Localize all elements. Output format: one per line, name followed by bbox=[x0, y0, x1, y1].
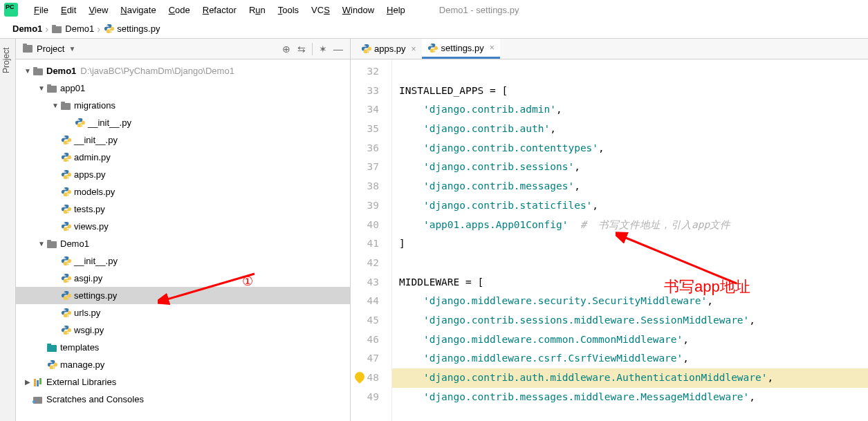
menu-run[interactable]: Run bbox=[243, 5, 272, 15]
tree-label: __init__.py bbox=[74, 256, 118, 266]
scratches-icon bbox=[33, 394, 44, 405]
code-line[interactable]: 'django.contrib.messages', bbox=[392, 177, 868, 196]
close-icon[interactable]: × bbox=[412, 44, 416, 54]
tree-file[interactable]: __init__.py bbox=[16, 252, 350, 270]
tree-arrow-icon[interactable] bbox=[37, 84, 46, 92]
tree-file[interactable]: wsgi.py bbox=[16, 321, 350, 339]
project-view-title[interactable]: Project bbox=[37, 44, 64, 54]
tab-settings[interactable]: settings.py × bbox=[422, 39, 500, 59]
python-file-icon bbox=[60, 169, 71, 180]
tree-arrow-icon[interactable] bbox=[37, 240, 46, 247]
folder-icon bbox=[46, 342, 57, 353]
project-panel-header: Project ▼ ⊕ ⇆ ✶ — bbox=[16, 39, 350, 59]
tree-label: External Libraries bbox=[46, 377, 116, 387]
code-line[interactable]: 'django.middleware.common.CommonMiddlewa… bbox=[392, 330, 868, 350]
python-file-icon bbox=[60, 308, 71, 319]
tree-file[interactable]: asgi.py bbox=[16, 270, 350, 287]
tree-file[interactable]: apps.py bbox=[16, 166, 350, 183]
tree-folder-templates[interactable]: templates bbox=[16, 339, 350, 356]
folder-icon bbox=[51, 24, 62, 35]
tree-folder-app01[interactable]: app01 bbox=[16, 79, 350, 97]
menu-tools[interactable]: Tools bbox=[272, 5, 305, 15]
code-line[interactable]: MIDDLEWARE = [ bbox=[392, 273, 868, 292]
editor-area: apps.py × settings.py × 3233343536373839… bbox=[351, 39, 868, 421]
code-line[interactable]: 'django.contrib.auth.middleware.Authenti… bbox=[392, 368, 868, 388]
tab-label: settings.py bbox=[441, 43, 484, 53]
tree-label: __init__.py bbox=[88, 118, 131, 128]
tree-root[interactable]: Demo1D:\javaBC\PyChamDm\Django\Demo1 bbox=[16, 62, 350, 79]
tree-file[interactable]: __init__.py bbox=[16, 114, 350, 131]
code-line[interactable]: INSTALLED_APPS = [ bbox=[392, 82, 868, 101]
tree-arrow-icon[interactable] bbox=[23, 67, 33, 75]
tree-label: app01 bbox=[60, 83, 85, 93]
menu-view[interactable]: View bbox=[82, 5, 114, 15]
tree-file[interactable]: tests.py bbox=[16, 200, 350, 218]
project-toolwindow-button[interactable]: Project bbox=[1, 48, 11, 73]
menu-file[interactable]: File bbox=[28, 5, 55, 15]
code-line[interactable]: 'django.contrib.staticfiles', bbox=[392, 196, 868, 216]
code-line[interactable]: ] bbox=[392, 234, 868, 254]
code-line[interactable]: 'django.middleware.security.SecurityMidd… bbox=[392, 292, 868, 311]
tree-scratches[interactable]: Scratches and Consoles bbox=[16, 391, 350, 408]
python-file-icon bbox=[60, 325, 71, 336]
code-content[interactable]: INSTALLED_APPS = [ 'django.contrib.admin… bbox=[392, 59, 868, 421]
tree-file[interactable]: __init__.py bbox=[16, 131, 350, 149]
menu-window[interactable]: Window bbox=[336, 5, 380, 15]
tree-file[interactable]: models.py bbox=[16, 183, 350, 200]
code-line[interactable] bbox=[392, 62, 868, 82]
hide-icon[interactable]: — bbox=[331, 41, 346, 57]
crumb-folder[interactable]: Demo1 bbox=[51, 24, 94, 35]
code-line[interactable]: 'django.contrib.messages.middleware.Mess… bbox=[392, 388, 868, 407]
tree-file[interactable]: views.py bbox=[16, 218, 350, 235]
menu-refactor[interactable]: Refactor bbox=[196, 5, 243, 15]
code-line[interactable]: 'django.contrib.contenttypes', bbox=[392, 139, 868, 158]
tree-arrow-icon[interactable] bbox=[50, 102, 60, 109]
tree-file[interactable]: settings.py bbox=[16, 287, 350, 304]
gear-icon[interactable]: ✶ bbox=[315, 41, 331, 57]
python-file-icon bbox=[60, 256, 71, 267]
pycharm-logo bbox=[4, 3, 18, 17]
tree-label: urls.py bbox=[74, 308, 100, 318]
tree-external-libraries[interactable]: External Libraries bbox=[16, 373, 350, 391]
python-file-icon bbox=[60, 152, 71, 163]
tree-file[interactable]: admin.py bbox=[16, 149, 350, 166]
tree-label: Demo1 bbox=[46, 66, 76, 76]
code-line[interactable]: 'django.contrib.admin', bbox=[392, 100, 868, 120]
project-tree[interactable]: Demo1D:\javaBC\PyChamDm\Django\Demo1app0… bbox=[16, 59, 350, 421]
code-line[interactable]: 'django.contrib.sessions', bbox=[392, 158, 868, 177]
locate-icon[interactable]: ⊕ bbox=[279, 41, 294, 57]
close-icon[interactable]: × bbox=[490, 43, 495, 53]
chevron-down-icon[interactable]: ▼ bbox=[68, 45, 75, 53]
menu-vcs[interactable]: VCS bbox=[305, 5, 336, 15]
code-line[interactable]: 'django.middleware.csrf.CsrfViewMiddlewa… bbox=[392, 349, 868, 368]
tree-path: D:\javaBC\PyChamDm\Django\Demo1 bbox=[80, 66, 234, 76]
tree-folder-demo1[interactable]: Demo1 bbox=[16, 235, 350, 252]
python-file-icon bbox=[360, 44, 371, 55]
code-editor[interactable]: 323334353637383940414243444546474849 INS… bbox=[351, 59, 868, 421]
tree-file[interactable]: manage.py bbox=[16, 356, 350, 373]
tree-file[interactable]: urls.py bbox=[16, 304, 350, 321]
code-line[interactable]: 'django.contrib.auth', bbox=[392, 120, 868, 139]
tree-label: manage.py bbox=[60, 359, 104, 370]
crumb-file[interactable]: settings.py bbox=[103, 24, 160, 35]
tree-label: __init__.py bbox=[74, 135, 118, 145]
python-file-icon bbox=[60, 187, 71, 198]
menu-navigate[interactable]: Navigate bbox=[114, 5, 162, 15]
crumb-root[interactable]: Demo1 bbox=[12, 24, 42, 34]
tree-label: asgi.py bbox=[74, 273, 102, 283]
tree-arrow-icon[interactable] bbox=[23, 378, 33, 386]
gutter: 323334353637383940414243444546474849 bbox=[351, 59, 392, 421]
expand-all-icon[interactable]: ⇆ bbox=[294, 41, 309, 57]
code-line[interactable]: 'app01.apps.App01Config' # 书写文件地址，引入app文… bbox=[392, 216, 868, 235]
python-file-icon bbox=[60, 204, 71, 215]
menu-code[interactable]: Code bbox=[163, 5, 196, 15]
menu-help[interactable]: Help bbox=[380, 5, 412, 15]
tree-label: wsgi.py bbox=[74, 325, 104, 335]
tree-folder-migrations[interactable]: migrations bbox=[16, 97, 350, 114]
tab-apps[interactable]: apps.py × bbox=[355, 39, 422, 59]
code-line[interactable] bbox=[392, 254, 868, 273]
tab-label: apps.py bbox=[374, 44, 406, 54]
menu-edit[interactable]: Edit bbox=[55, 5, 82, 15]
tree-label: views.py bbox=[74, 221, 109, 232]
code-line[interactable]: 'django.contrib.sessions.middleware.Sess… bbox=[392, 311, 868, 330]
